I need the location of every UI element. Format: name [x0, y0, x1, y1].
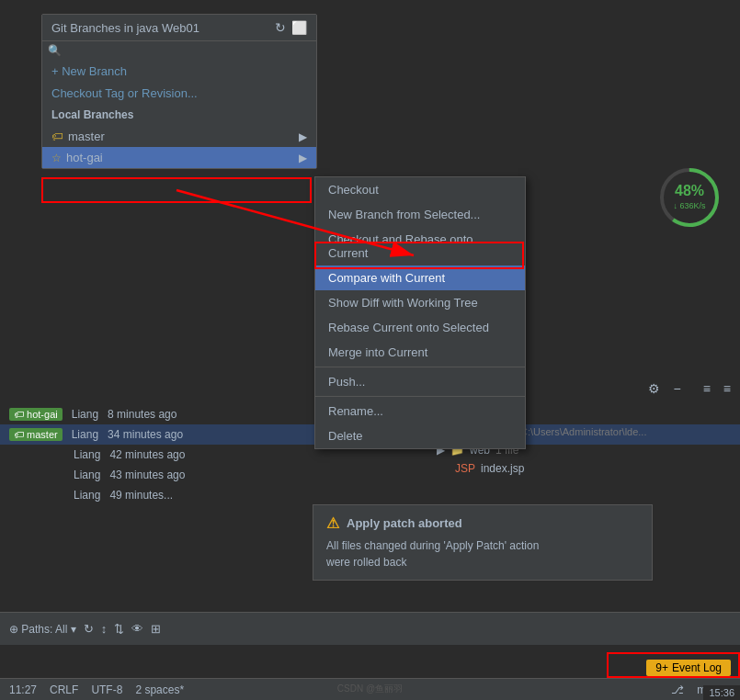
- status-vcs-icon: ⎇: [671, 683, 684, 696]
- patch-title: ⚠ Apply patch aborted: [326, 514, 639, 532]
- new-branch-button[interactable]: + New Branch: [42, 60, 316, 83]
- status-time: 11:27: [9, 683, 37, 696]
- refresh-icon[interactable]: ↻: [275, 20, 286, 35]
- commit-row-5[interactable]: Liang 49 minutes...: [0, 485, 740, 505]
- eye-icon[interactable]: 👁: [131, 622, 143, 636]
- search-input[interactable]: [65, 44, 311, 57]
- time-3: 42 minutes ago: [109, 448, 185, 461]
- time-2: 34 minutes ago: [108, 428, 183, 441]
- minus-icon[interactable]: −: [673, 381, 680, 396]
- grid-icon[interactable]: ⊞: [151, 622, 161, 636]
- patch-text-line1: All files changed during 'Apply Patch' a…: [326, 537, 639, 554]
- status-encoding[interactable]: UTF-8: [91, 683, 122, 696]
- context-compare-with-current[interactable]: Compare with Current: [315, 265, 525, 290]
- status-indent[interactable]: 2 spaces*: [135, 683, 184, 696]
- git-panel-header: Git Branches in java Web01 ↻ ⬜: [42, 15, 316, 41]
- patch-text-line2: were rolled back: [326, 554, 639, 570]
- speed-gauge: 48% ↓ 636K/s: [657, 165, 722, 230]
- patch-title-text: Apply patch aborted: [347, 516, 462, 530]
- context-merge-into-current[interactable]: Merge into Current: [315, 340, 525, 365]
- patch-notification: ⚠ Apply patch aborted All files changed …: [313, 504, 653, 581]
- bottom-toolbar: ⊕ Paths: All ▾ ↻ ↕ ⇅ 👁 ⊞: [0, 612, 740, 645]
- warning-icon: ⚠: [326, 514, 339, 532]
- author-4: Liang: [74, 469, 100, 481]
- hot-gai-branch-name: hot-gai: [66, 151, 299, 164]
- checkout-tag-button[interactable]: Checkout Tag or Revision...: [42, 83, 316, 104]
- gear-icon[interactable]: ⚙: [648, 381, 660, 396]
- align2-icon[interactable]: ≡: [723, 381, 731, 396]
- context-menu: Checkout New Branch from Selected... Che…: [314, 176, 526, 449]
- git-panel-title: Git Branches in java Web01: [51, 21, 199, 35]
- jsp-file-icon: JSP: [455, 462, 475, 475]
- event-log-icon: 9+: [655, 661, 668, 674]
- status-left: 11:27 CRLF UTF-8 2 spaces*: [9, 683, 184, 696]
- context-rename[interactable]: Rename...: [315, 399, 525, 423]
- jsp-file-name: index.jsp: [481, 462, 524, 475]
- context-show-diff[interactable]: Show Diff with Working Tree: [315, 290, 525, 315]
- refresh-toolbar-icon[interactable]: ↻: [84, 622, 94, 636]
- context-divider-1: [315, 367, 525, 367]
- panel-actions: ⚙ − ≡ ≡: [648, 381, 731, 396]
- context-rebase-current[interactable]: Rebase Current onto Selected: [315, 315, 525, 340]
- file-jsp-row[interactable]: JSP index.jsp: [418, 459, 731, 478]
- author-2: Liang: [72, 428, 98, 441]
- hot-gai-star-icon: ☆: [51, 152, 62, 164]
- event-log-button[interactable]: 9+ Event Log: [646, 660, 731, 676]
- status-crlf[interactable]: CRLF: [50, 683, 78, 696]
- hot-gai-tag: 🏷 hot-gai: [9, 408, 63, 421]
- watermark: CSDN @鱼丽羽: [337, 683, 403, 695]
- time-4: 43 minutes ago: [109, 469, 185, 481]
- svg-text:↓ 636K/s: ↓ 636K/s: [673, 201, 706, 210]
- all-paths-label: ⊕ Paths: All ▾: [9, 623, 76, 636]
- time-1: 8 minutes ago: [108, 408, 176, 421]
- author-5: Liang: [74, 489, 100, 502]
- context-push[interactable]: Push...: [315, 369, 525, 394]
- context-checkout[interactable]: Checkout: [315, 177, 525, 202]
- context-delete[interactable]: Delete: [315, 423, 525, 448]
- master-branch-name: master: [68, 130, 299, 143]
- context-new-branch-from-selected[interactable]: New Branch from Selected...: [315, 202, 525, 227]
- master-arrow: ▶: [299, 130, 307, 143]
- context-checkout-rebase[interactable]: Checkout and Rebase onto Current: [315, 227, 525, 265]
- merge-icon[interactable]: ⇅: [114, 622, 124, 636]
- sort-icon[interactable]: ↕: [101, 622, 108, 636]
- master-tag-icon: 🏷: [51, 130, 63, 143]
- time-5: 49 minutes...: [109, 489, 173, 502]
- branch-item-hot-gai[interactable]: ☆ hot-gai ▶: [42, 147, 316, 168]
- svg-text:48%: 48%: [675, 183, 704, 198]
- local-branches-label: Local Branches: [42, 104, 316, 126]
- event-log-label: Event Log: [672, 661, 722, 674]
- search-row: 🔍: [42, 41, 316, 60]
- context-divider-2: [315, 396, 525, 397]
- hot-gai-arrow: ▶: [299, 152, 307, 164]
- git-branches-panel: Git Branches in java Web01 ↻ ⬜ 🔍 + New B…: [41, 14, 317, 169]
- branch-item-master[interactable]: 🏷 master ▶: [42, 126, 316, 147]
- align-icon[interactable]: ≡: [703, 381, 711, 396]
- master-tag: 🏷 master: [9, 428, 63, 441]
- window-icon[interactable]: ⬜: [291, 20, 307, 35]
- search-icon: 🔍: [48, 44, 62, 57]
- clock: 15:36: [703, 685, 740, 700]
- author-1: Liang: [72, 408, 98, 421]
- author-3: Liang: [74, 448, 100, 461]
- header-icons: ↻ ⬜: [275, 20, 307, 35]
